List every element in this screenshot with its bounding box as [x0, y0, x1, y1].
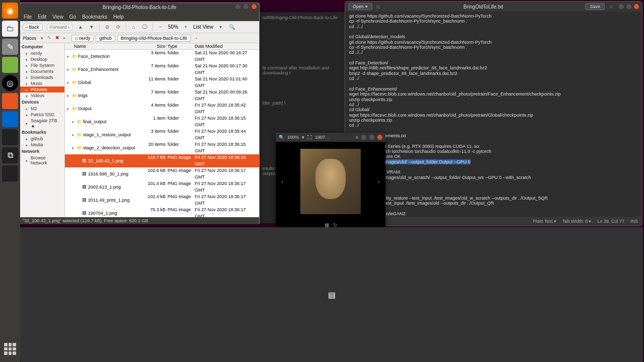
sidebar-item[interactable]: ▪Patriot SSD [20, 112, 64, 118]
next-image-button[interactable]: › [374, 174, 383, 189]
minimize-button[interactable] [619, 4, 624, 9]
sidebar-item[interactable]: ▪Documents [20, 68, 64, 74]
home-icon[interactable]: ⌂ [130, 24, 137, 31]
previous-image-button[interactable]: ‹ [278, 174, 287, 189]
sidebar-item[interactable]: ▪Downloads [20, 74, 64, 80]
terminal-icon[interactable]: ▸ [63, 35, 69, 41]
file-row[interactable]: 🖼2002.613_1.png101.4 kBPNG imageFri 27 N… [65, 180, 259, 194]
sidebar-item[interactable]: ▪Pictures [20, 86, 64, 93]
file-row[interactable]: ▸📁stage_1_restore_output3 itemsfolderFri… [65, 128, 259, 141]
sidebar-item[interactable]: ▪Music [20, 80, 64, 86]
file-row[interactable]: ▸📁Face_Detection3 itemsfolderSat 21 Nov … [65, 50, 259, 63]
editor-content[interactable]: git clone https://github.com/vacancy/Syn… [345, 12, 642, 217]
menu-icon[interactable]: ≡ [356, 135, 358, 140]
dock-app-icon-3[interactable] [2, 111, 18, 127]
sidebar-item[interactable]: ▪Seagate 2TB ▲ [20, 118, 64, 129]
file-row[interactable]: ▸📁stage_2_detection_output20 itemsfolder… [65, 141, 259, 154]
search-icon[interactable]: 🔍 [228, 24, 235, 31]
sidebar-item[interactable]: ▪Browse Network [20, 155, 64, 166]
dock-text-icon[interactable]: ✎ [2, 39, 18, 55]
view-mode[interactable]: List View [193, 24, 213, 30]
maximize-button[interactable] [244, 4, 249, 9]
computer-icon[interactable]: 🖵 [141, 24, 148, 31]
file-row[interactable]: ▸📁Face_Enhancement7 itemsfolderSat 21 No… [65, 63, 259, 76]
pencil-icon[interactable]: ✎ [47, 35, 53, 41]
dock-screenshot-icon[interactable]: ⧉ [2, 147, 18, 163]
zoom-in-icon[interactable]: + [182, 24, 189, 31]
chevron-down-icon[interactable]: ▾ [302, 135, 304, 140]
file-row[interactable]: 🖼32_100.43_1.png119.7 kBPNG imageFri 27 … [65, 154, 259, 167]
down-icon[interactable]: ▼ [88, 24, 95, 31]
stop-icon[interactable]: ⊘ [104, 24, 111, 31]
sidebar-item[interactable]: ▪github [20, 136, 64, 142]
col-type[interactable]: Type [168, 44, 195, 49]
menu-help[interactable]: Help [113, 14, 124, 20]
new-tab-icon[interactable]: ⊞ [374, 3, 381, 10]
sidebar-item[interactable]: ▪Videos [20, 93, 64, 99]
chevron-right-icon[interactable]: › [193, 35, 200, 42]
rotate-icon[interactable]: ↻ [333, 222, 337, 228]
col-date[interactable]: Date Modified [195, 44, 259, 49]
menu-edit[interactable]: Edit [38, 14, 46, 20]
dock-app-icon[interactable] [2, 57, 18, 73]
search-icon[interactable]: 🔍 [279, 135, 284, 140]
maximize-button[interactable] [626, 4, 631, 9]
tab-width-selector[interactable]: Tab Width: 8 ▾ [562, 219, 592, 224]
places-label[interactable]: Places [23, 36, 36, 41]
file-row[interactable]: ▸📁Global11 itemsfolderSat 21 Nov 2020 01… [65, 76, 259, 89]
chevron-down-icon[interactable]: ▾ [38, 35, 45, 42]
dock-app-icon-5[interactable] [2, 165, 18, 182]
dock-app-icon-2[interactable] [2, 93, 18, 109]
breadcrumb[interactable]: ⌂ nerdy [71, 35, 94, 42]
file-row[interactable]: ▸📁imgs7 itemsfolderSat 21 Nov 2020 00:09… [65, 89, 259, 102]
close-button[interactable] [252, 4, 257, 9]
close-button[interactable] [377, 135, 382, 140]
file-row[interactable]: ▸📁final_output1 itemfolderFri 27 Nov 202… [65, 115, 259, 128]
col-size[interactable]: Size [140, 44, 168, 49]
open-button[interactable]: Open ▾ [348, 3, 372, 10]
sidebar-item[interactable]: ▪nerdy [20, 50, 64, 56]
window-titlebar[interactable]: Bringing-Old-Photos-Back-to-Life [20, 3, 259, 12]
menu-icon[interactable]: ≡ [608, 3, 615, 10]
col-name[interactable]: Name [65, 44, 140, 49]
menu-view[interactable]: View [52, 14, 63, 20]
dropdown-icon[interactable]: ▾ [217, 24, 224, 31]
menu-bookmarks[interactable]: Bookmarks [82, 14, 107, 20]
language-selector[interactable]: Plain Text ▾ [533, 219, 556, 224]
sidebar-item[interactable]: ▪Desktop [20, 56, 64, 62]
up-icon[interactable]: ▲ [77, 24, 84, 31]
minimize-button[interactable] [235, 4, 240, 9]
breadcrumb[interactable]: Bringing-Old-Photos-Back-to-Life [117, 35, 191, 42]
zoom-fit-icon[interactable]: ⛶ [307, 135, 312, 140]
sidebar-item[interactable]: ▪File System [20, 62, 64, 68]
sidebar: Computer ▪nerdy▪Desktop▪File System▪Docu… [20, 43, 65, 217]
reload-icon[interactable]: ⟳ [115, 24, 122, 31]
dock-app-icon-4[interactable] [2, 129, 18, 145]
sidebar-item[interactable]: ▪M2 [20, 106, 64, 112]
zoom-out-icon[interactable]: − [157, 24, 164, 31]
gallery-icon[interactable]: ▦ [325, 222, 329, 228]
preview-toolbar[interactable]: 🔍 100% ▾ ⛶ 1907… ≡ [276, 133, 385, 142]
save-button[interactable]: Save [585, 3, 605, 10]
zoom-value: 50% [168, 24, 178, 30]
close-button[interactable] [634, 4, 639, 9]
gedit-header[interactable]: Open ▾ ⊞ BringOldToLife.txt Save ≡ [345, 2, 642, 12]
dock-files-icon[interactable]: 🗀 [2, 21, 18, 37]
dock-terminal-icon-2[interactable]: ▤ [20, 227, 643, 362]
file-row[interactable]: ▸📁Output4 itemsfolderFri 27 Nov 2020 18:… [65, 102, 259, 115]
menu-bar: File Edit View Go Bookmarks Help [20, 12, 259, 21]
forward-button[interactable]: Forward › [47, 24, 73, 31]
menu-file[interactable]: File [24, 14, 32, 20]
menu-go[interactable]: Go [69, 14, 76, 20]
show-applications-icon[interactable] [2, 341, 18, 357]
dock-obs-icon[interactable]: ◎ [2, 75, 18, 91]
back-button[interactable]: ‹ Back [23, 24, 43, 31]
file-row[interactable]: 🖼1916.998_30_1.png102.6 kBPNG imageFri 2… [65, 167, 259, 180]
breadcrumb[interactable]: github [96, 35, 115, 42]
dock-firefox-icon[interactable]: ◉ [2, 3, 18, 19]
file-row[interactable]: 🖼2011.49_print_1.png102.4 kBPNG imageFri… [65, 194, 259, 207]
close-path-icon[interactable]: ✖ [55, 35, 61, 41]
maximize-button[interactable] [369, 135, 374, 140]
file-row[interactable]: 🖼190704_1.png75.3 kBPNG imageFri 27 Nov … [65, 207, 259, 217]
sidebar-item[interactable]: ▪Media [20, 142, 64, 148]
